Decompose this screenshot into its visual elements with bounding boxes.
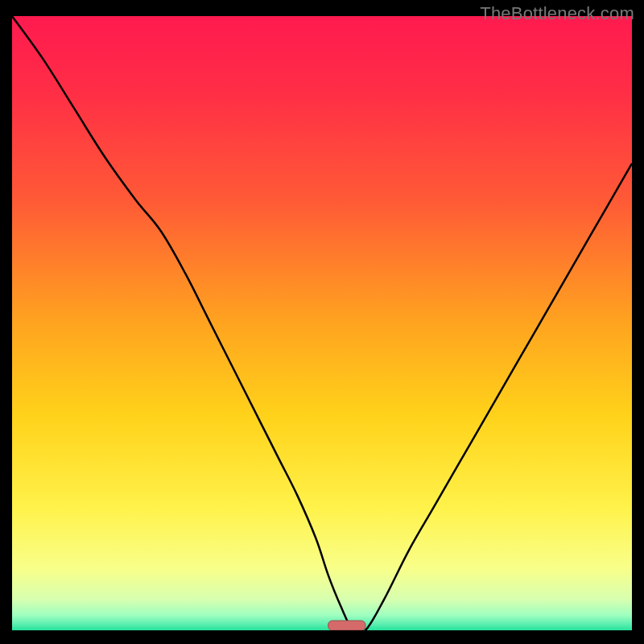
- plot-area: [12, 16, 632, 630]
- optimal-marker: [328, 621, 365, 630]
- chart-svg: [12, 16, 632, 630]
- chart-frame: TheBottleneck.com: [0, 0, 644, 644]
